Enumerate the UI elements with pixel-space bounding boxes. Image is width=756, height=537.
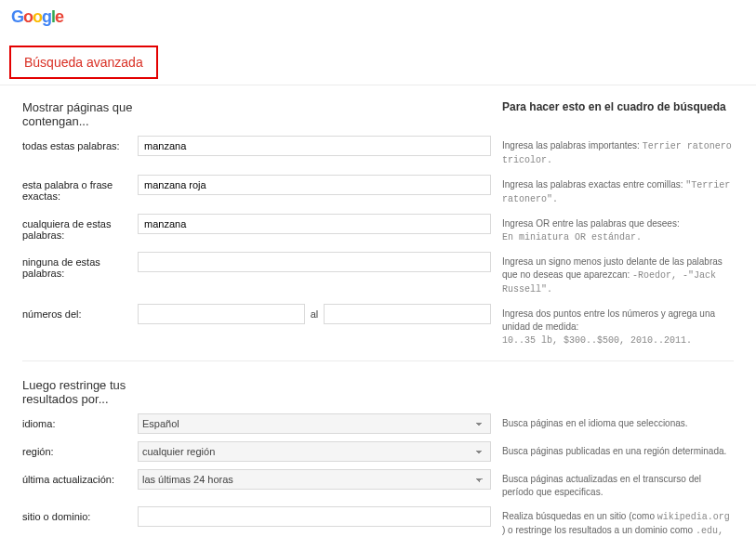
label-exact: esta palabra o frase exactas: <box>22 175 138 202</box>
google-logo[interactable]: Google <box>0 0 756 34</box>
input-exact[interactable] <box>138 175 491 195</box>
select-lang[interactable]: Español <box>138 413 491 434</box>
label-lang: idioma: <box>22 413 138 429</box>
label-none: ninguna de estas palabras: <box>22 252 138 279</box>
hint-lang: Busca páginas en el idioma que seleccion… <box>502 413 734 430</box>
label-all-words: todas estas palabras: <box>22 136 138 151</box>
page-title: Búsqueda avanzada <box>24 55 143 70</box>
select-update[interactable]: las últimas 24 horas <box>138 469 491 490</box>
select-region[interactable]: cualquier región <box>138 441 491 462</box>
hint-region: Busca páginas publicadas en una región d… <box>502 441 734 458</box>
label-region: región: <box>22 441 138 457</box>
section-hint-title: Para hacer esto en el cuadro de búsqueda <box>502 100 726 113</box>
label-any: cualquiera de estas palabras: <box>22 214 138 241</box>
hint-exact: Ingresa las palabras exactas entre comil… <box>502 175 734 206</box>
hint-range: Ingresa dos puntos entre los números y a… <box>502 304 734 347</box>
label-update: última actualización: <box>22 469 138 485</box>
input-any[interactable] <box>138 214 491 234</box>
section-find-title: Mostrar páginas que contengan... <box>22 100 138 128</box>
input-range-to[interactable] <box>324 304 491 324</box>
hint-none: Ingresa un signo menos justo delante de … <box>502 252 734 296</box>
input-site[interactable] <box>138 506 491 527</box>
hint-site: Realiza búsquedas en un sitio (como wiki… <box>502 506 734 537</box>
hint-update: Busca páginas actualizadas en el transcu… <box>502 469 734 499</box>
input-all-words[interactable] <box>138 136 491 156</box>
label-range: números del: <box>22 304 138 320</box>
page-title-highlight: Búsqueda avanzada <box>9 46 158 79</box>
hint-any: Ingresa OR entre las palabras que desees… <box>502 214 734 244</box>
input-range-from[interactable] <box>138 304 305 324</box>
input-none[interactable] <box>138 252 491 272</box>
section-narrow-title: Luego restringe tus resultados por... <box>22 378 138 406</box>
hint-all-words: Ingresa las palabras importantes: Terrie… <box>502 136 734 167</box>
range-separator: al <box>311 308 319 320</box>
label-site: sitio o dominio: <box>22 506 138 522</box>
